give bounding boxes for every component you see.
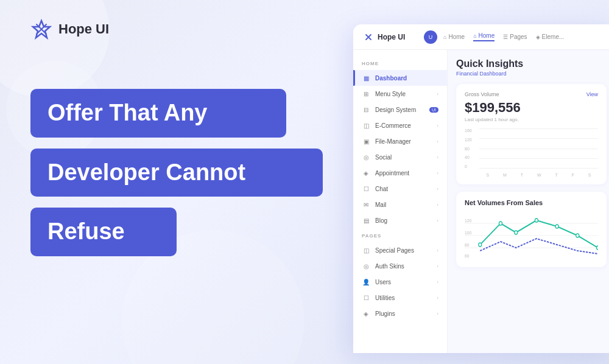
x-label-w: W	[537, 173, 541, 177]
design-system-icon: ⊟	[362, 105, 370, 114]
home-active-icon: ⌂	[473, 33, 476, 39]
sidebar-item-file-manager[interactable]: ▣ File-Manager ›	[353, 133, 447, 149]
file-manager-icon: ▣	[362, 137, 370, 145]
arrow-icon-mail: ›	[437, 202, 438, 208]
arrow-icon-auth: ›	[437, 264, 438, 269]
x-label-s1: S	[486, 173, 489, 177]
line-chart: 120 100 80 60	[465, 211, 598, 260]
svg-point-10	[535, 219, 538, 222]
x-label-s2: S	[588, 173, 591, 177]
headline-block-3: Refuse	[30, 208, 177, 256]
sidebar-item-special-pages[interactable]: ◫ Special Pages ›	[353, 242, 447, 258]
sidebar-item-auth-skins[interactable]: ◎ Auth Skins ›	[353, 258, 447, 274]
arrow-icon-blog: ›	[437, 218, 438, 223]
sidebar-item-appointment[interactable]: ◈ Appointment ›	[353, 165, 447, 181]
arrow-icon-ecommerce: ›	[437, 123, 438, 128]
gross-volume-updated: Last updated 1 hour ago.	[465, 117, 598, 122]
y-label-160: 160	[465, 128, 478, 133]
sidebar-section-pages: PAGES	[353, 233, 447, 239]
special-pages-icon: ◫	[362, 246, 370, 254]
y-label-80: 80	[465, 147, 478, 151]
sidebar-item-label-utilities: Utilities	[375, 295, 432, 301]
sidebar-item-label-blog: Blog	[375, 217, 432, 224]
headline-text-3: Refuse	[48, 219, 125, 244]
dash-nav-link-home1[interactable]: ⌂ Home	[443, 33, 465, 40]
sidebar-item-social[interactable]: ◎ Social ›	[353, 149, 447, 165]
elements-icon: ◈	[536, 34, 540, 40]
sidebar-item-menu-style[interactable]: ⊞ Menu Style ›	[353, 86, 447, 102]
svg-point-12	[576, 234, 579, 237]
x-label-t2: T	[555, 173, 557, 177]
quick-insights-title: Quick Insights	[456, 58, 607, 69]
home-icon: ⌂	[443, 34, 446, 40]
auth-skins-icon: ◎	[362, 262, 370, 270]
plugins-icon: ◈	[362, 309, 370, 318]
svg-text:120: 120	[465, 217, 471, 223]
arrow-icon-social: ›	[437, 155, 438, 160]
sidebar-item-plugins[interactable]: ◈ Plugins ›	[353, 306, 447, 321]
arrow-icon: ›	[437, 91, 438, 97]
arrow-icon-utilities: ›	[437, 295, 438, 301]
gross-volume-header: Gross Volume View	[465, 91, 598, 97]
sidebar-item-users[interactable]: 👤 Users ›	[353, 274, 447, 290]
y-label-120: 120	[465, 138, 478, 142]
sidebar-item-label-special: Special Pages	[375, 247, 432, 254]
svg-point-7	[479, 243, 482, 247]
logo-icon	[30, 18, 52, 40]
sidebar-item-label-plugins: Plugins	[375, 310, 432, 317]
design-system-badge: UI	[429, 107, 438, 113]
net-volumes-card: Net Volumes From Sales 120 100 80 60	[456, 192, 607, 267]
dash-nav-links: ⌂ Home ⌂ Home ☰ Pages ◈ Eleme...	[443, 32, 605, 41]
sidebar-item-mail[interactable]: ✉ Mail ›	[353, 197, 447, 212]
sidebar-item-label-dashboard: Dashboard	[375, 75, 438, 82]
sidebar-item-label-mail: Mail	[375, 201, 432, 208]
dash-nav-link-pages[interactable]: ☰ Pages	[503, 33, 527, 40]
sidebar-item-label-social: Social	[375, 154, 432, 161]
logo-text: Hope UI	[58, 21, 109, 37]
gross-volume-view-link[interactable]: View	[586, 91, 598, 97]
sidebar-item-blog[interactable]: ▤ Blog ›	[353, 212, 447, 228]
sidebar-item-utilities[interactable]: ☐ Utilities ›	[353, 290, 447, 306]
gross-volume-amount: $199,556	[465, 100, 598, 116]
financial-dashboard-link[interactable]: Financial Dashboard	[456, 71, 607, 77]
sidebar-item-label-appointment: Appointment	[375, 170, 432, 177]
gross-volume-label: Gross Volume	[465, 91, 499, 97]
arrow-icon-plugins: ›	[437, 311, 438, 317]
x-label-f: F	[572, 173, 574, 177]
sidebar-item-design-system[interactable]: ⊟ Design System UI	[353, 102, 447, 117]
chat-icon: ☐	[362, 184, 370, 193]
gross-volume-card: Gross Volume View $199,556 Last updated …	[456, 84, 607, 184]
line-chart-svg: 120 100 80 60	[465, 211, 598, 260]
dashboard-sidebar: HOME ▦ Dashboard ⊞ Menu Style › ⊟ Design…	[353, 50, 448, 353]
headline-text-1: Offer That Any	[48, 100, 208, 125]
dashboard-body: HOME ▦ Dashboard ⊞ Menu Style › ⊟ Design…	[353, 50, 609, 353]
arrow-icon-special: ›	[437, 248, 438, 253]
headline-text-2: Developer Cannot	[48, 159, 245, 185]
y-label-40: 40	[465, 155, 478, 159]
arrow-icon-file: ›	[437, 139, 438, 144]
x-label-m: M	[503, 173, 507, 177]
dash-nav-link-elements[interactable]: ◈ Eleme...	[536, 33, 565, 40]
dashboard-main: Quick Insights Financial Dashboard Gross…	[448, 50, 609, 353]
x-label-t1: T	[521, 173, 523, 177]
sidebar-item-chat[interactable]: ☐ Chat ›	[353, 181, 447, 197]
mail-icon: ✉	[362, 200, 370, 209]
svg-text:60: 60	[465, 253, 469, 259]
headline-blocks: Offer That Any Developer Cannot Refuse	[30, 89, 323, 256]
sidebar-item-label-chat: Chat	[375, 186, 432, 192]
pages-icon: ☰	[503, 34, 508, 40]
svg-text:100: 100	[465, 229, 471, 236]
dashboard-topnav: Hope UI U ⌂ Home ⌂ Home ☰ Pages ◈ Eleme.…	[353, 24, 609, 50]
svg-text:80: 80	[465, 242, 469, 248]
dash-nav-link-home2[interactable]: ⌂ Home	[473, 32, 495, 41]
sidebar-item-ecommerce[interactable]: ◫ E-Commerce ›	[353, 117, 447, 133]
dash-logo-icon	[363, 32, 374, 43]
dash-nav-avatar: U	[424, 30, 437, 44]
svg-point-9	[515, 231, 518, 234]
net-volumes-title: Net Volumes From Sales	[465, 199, 598, 206]
sidebar-item-label-ecommerce: E-Commerce	[375, 122, 432, 129]
dashboard-icon: ▦	[362, 74, 370, 82]
sidebar-item-dashboard[interactable]: ▦ Dashboard	[353, 70, 447, 86]
sidebar-item-label-auth: Auth Skins	[375, 263, 432, 270]
ecommerce-icon: ◫	[362, 121, 370, 130]
